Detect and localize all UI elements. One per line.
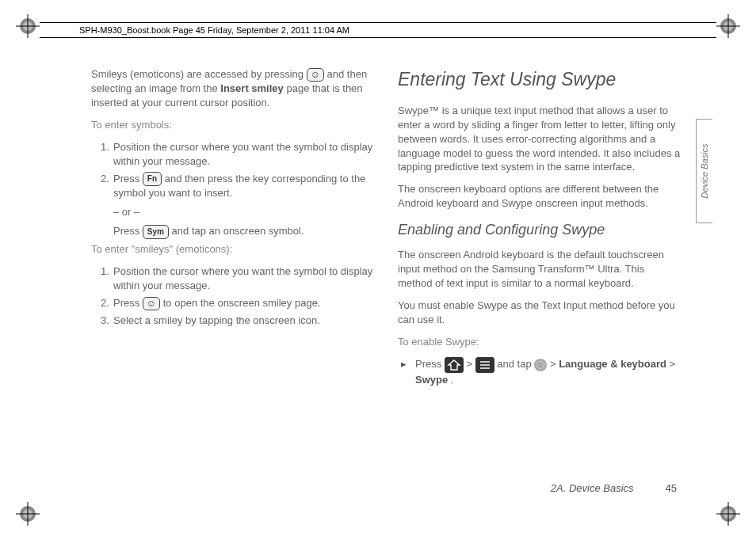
to-enter-symbols-heading: To enter symbols: <box>91 118 374 132</box>
list-item: 3. Select a smiley by tapping the onscre… <box>101 314 374 328</box>
enable-swype-step: ▸ Press > and tap > Language & keyboard … <box>401 357 681 387</box>
enable-swype-note-paragraph: You must enable Swype as the Text Input … <box>398 299 681 327</box>
android-keyboard-default-paragraph: The onscreen Android keyboard is the def… <box>398 248 681 291</box>
page-header-text: SPH-M930_Boost.book Page 45 Friday, Sept… <box>79 25 349 35</box>
list-item: 2. Press Fn and then press the key corre… <box>101 172 374 239</box>
list-item: 1. Position the cursor where you want th… <box>101 140 374 169</box>
entering-text-using-swype-heading: Entering Text Using Swype <box>398 67 681 93</box>
smiley-key-icon <box>307 68 324 82</box>
enabling-configuring-swype-heading: Enabling and Configuring Swype <box>398 220 681 240</box>
crop-mark-top-left-icon <box>16 14 40 38</box>
section-side-tab-label: Device Basics <box>700 143 709 198</box>
page-header-bar: SPH-M930_Boost.book Page 45 Friday, Sept… <box>40 22 716 38</box>
home-button-icon <box>445 357 464 373</box>
page-content: Smileys (emoticons) are accessed by pres… <box>91 67 681 485</box>
crop-mark-top-right-icon <box>716 14 740 38</box>
menu-button-icon <box>475 357 494 373</box>
to-enter-smileys-heading: To enter "smileys" (emoticons): <box>91 242 374 257</box>
section-side-tab: Device Basics <box>696 119 712 223</box>
list-item: 1. Position the cursor where you want th… <box>101 264 374 293</box>
crop-mark-bottom-left-icon <box>16 502 40 526</box>
swype-description-paragraph: Swype™ is a unique text input method tha… <box>398 104 681 175</box>
sym-key-icon: Sym <box>143 225 169 239</box>
list-item: 2. Press to open the onscreen smiley pag… <box>101 296 374 310</box>
left-column: Smileys (emoticons) are accessed by pres… <box>91 67 374 485</box>
settings-icon <box>534 359 547 371</box>
page-footer: 2A. Device Basics 45 <box>551 482 677 494</box>
right-column: Entering Text Using Swype Swype™ is a un… <box>398 67 681 485</box>
smileys-intro-paragraph: Smileys (emoticons) are accessed by pres… <box>91 67 374 110</box>
footer-section-label: 2A. Device Basics <box>551 482 634 494</box>
swype-keyboard-options-paragraph: The onscreen keyboard options are differ… <box>398 182 681 211</box>
crop-mark-bottom-right-icon <box>716 502 740 526</box>
triangle-bullet-icon: ▸ <box>401 357 415 387</box>
fn-key-icon: Fn <box>143 172 162 186</box>
smiley-key-icon <box>143 297 160 310</box>
footer-page-number: 45 <box>666 482 677 494</box>
to-enable-swype-heading: To enable Swype: <box>398 335 681 349</box>
